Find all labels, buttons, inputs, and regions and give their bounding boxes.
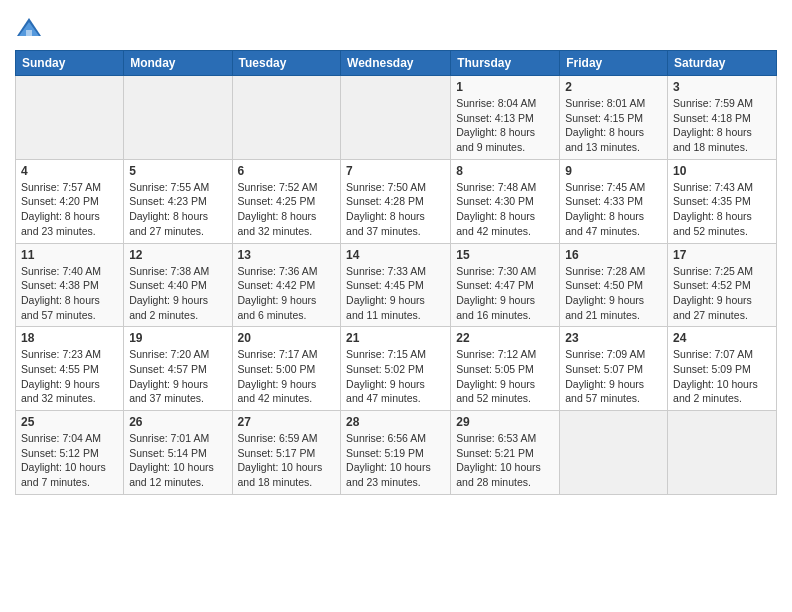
calendar-cell [16, 76, 124, 160]
calendar-cell: 9Sunrise: 7:45 AMSunset: 4:33 PMDaylight… [560, 159, 668, 243]
calendar-cell: 12Sunrise: 7:38 AMSunset: 4:40 PMDayligh… [124, 243, 232, 327]
week-row-1: 4Sunrise: 7:57 AMSunset: 4:20 PMDaylight… [16, 159, 777, 243]
day-number: 6 [238, 164, 336, 178]
calendar-cell: 11Sunrise: 7:40 AMSunset: 4:38 PMDayligh… [16, 243, 124, 327]
week-row-2: 11Sunrise: 7:40 AMSunset: 4:38 PMDayligh… [16, 243, 777, 327]
day-info: Sunrise: 7:33 AMSunset: 4:45 PMDaylight:… [346, 264, 445, 323]
day-info: Sunrise: 7:04 AMSunset: 5:12 PMDaylight:… [21, 431, 118, 490]
day-number: 19 [129, 331, 226, 345]
day-number: 21 [346, 331, 445, 345]
day-info: Sunrise: 7:07 AMSunset: 5:09 PMDaylight:… [673, 347, 771, 406]
day-info: Sunrise: 8:01 AMSunset: 4:15 PMDaylight:… [565, 96, 662, 155]
weekday-header-row: SundayMondayTuesdayWednesdayThursdayFrid… [16, 51, 777, 76]
day-info: Sunrise: 7:01 AMSunset: 5:14 PMDaylight:… [129, 431, 226, 490]
day-number: 3 [673, 80, 771, 94]
calendar-cell [560, 411, 668, 495]
calendar-table: SundayMondayTuesdayWednesdayThursdayFrid… [15, 50, 777, 495]
week-row-0: 1Sunrise: 8:04 AMSunset: 4:13 PMDaylight… [16, 76, 777, 160]
logo [15, 14, 45, 42]
day-info: Sunrise: 7:43 AMSunset: 4:35 PMDaylight:… [673, 180, 771, 239]
weekday-header-saturday: Saturday [668, 51, 777, 76]
day-number: 28 [346, 415, 445, 429]
day-info: Sunrise: 7:20 AMSunset: 4:57 PMDaylight:… [129, 347, 226, 406]
day-number: 12 [129, 248, 226, 262]
calendar-cell: 18Sunrise: 7:23 AMSunset: 4:55 PMDayligh… [16, 327, 124, 411]
day-info: Sunrise: 6:59 AMSunset: 5:17 PMDaylight:… [238, 431, 336, 490]
day-number: 16 [565, 248, 662, 262]
calendar-cell: 1Sunrise: 8:04 AMSunset: 4:13 PMDaylight… [451, 76, 560, 160]
weekday-header-monday: Monday [124, 51, 232, 76]
calendar-cell: 19Sunrise: 7:20 AMSunset: 4:57 PMDayligh… [124, 327, 232, 411]
day-info: Sunrise: 7:59 AMSunset: 4:18 PMDaylight:… [673, 96, 771, 155]
day-number: 25 [21, 415, 118, 429]
day-info: Sunrise: 7:45 AMSunset: 4:33 PMDaylight:… [565, 180, 662, 239]
day-number: 13 [238, 248, 336, 262]
day-info: Sunrise: 7:30 AMSunset: 4:47 PMDaylight:… [456, 264, 554, 323]
day-number: 2 [565, 80, 662, 94]
header [15, 10, 777, 42]
day-info: Sunrise: 7:55 AMSunset: 4:23 PMDaylight:… [129, 180, 226, 239]
day-info: Sunrise: 7:25 AMSunset: 4:52 PMDaylight:… [673, 264, 771, 323]
day-info: Sunrise: 7:09 AMSunset: 5:07 PMDaylight:… [565, 347, 662, 406]
calendar-cell: 20Sunrise: 7:17 AMSunset: 5:00 PMDayligh… [232, 327, 341, 411]
svg-rect-2 [26, 30, 32, 36]
day-info: Sunrise: 7:12 AMSunset: 5:05 PMDaylight:… [456, 347, 554, 406]
day-number: 17 [673, 248, 771, 262]
day-number: 9 [565, 164, 662, 178]
day-number: 23 [565, 331, 662, 345]
calendar-cell [341, 76, 451, 160]
calendar-cell: 17Sunrise: 7:25 AMSunset: 4:52 PMDayligh… [668, 243, 777, 327]
calendar-cell: 29Sunrise: 6:53 AMSunset: 5:21 PMDayligh… [451, 411, 560, 495]
day-info: Sunrise: 7:28 AMSunset: 4:50 PMDaylight:… [565, 264, 662, 323]
day-number: 7 [346, 164, 445, 178]
calendar-cell: 10Sunrise: 7:43 AMSunset: 4:35 PMDayligh… [668, 159, 777, 243]
calendar-cell: 15Sunrise: 7:30 AMSunset: 4:47 PMDayligh… [451, 243, 560, 327]
calendar-cell: 24Sunrise: 7:07 AMSunset: 5:09 PMDayligh… [668, 327, 777, 411]
calendar-cell: 8Sunrise: 7:48 AMSunset: 4:30 PMDaylight… [451, 159, 560, 243]
calendar-cell: 23Sunrise: 7:09 AMSunset: 5:07 PMDayligh… [560, 327, 668, 411]
day-info: Sunrise: 7:40 AMSunset: 4:38 PMDaylight:… [21, 264, 118, 323]
calendar-cell: 4Sunrise: 7:57 AMSunset: 4:20 PMDaylight… [16, 159, 124, 243]
day-number: 20 [238, 331, 336, 345]
calendar-cell [124, 76, 232, 160]
weekday-header-sunday: Sunday [16, 51, 124, 76]
weekday-header-wednesday: Wednesday [341, 51, 451, 76]
day-number: 11 [21, 248, 118, 262]
calendar-cell: 27Sunrise: 6:59 AMSunset: 5:17 PMDayligh… [232, 411, 341, 495]
day-number: 10 [673, 164, 771, 178]
day-info: Sunrise: 7:57 AMSunset: 4:20 PMDaylight:… [21, 180, 118, 239]
calendar-cell: 25Sunrise: 7:04 AMSunset: 5:12 PMDayligh… [16, 411, 124, 495]
day-number: 22 [456, 331, 554, 345]
calendar-cell: 2Sunrise: 8:01 AMSunset: 4:15 PMDaylight… [560, 76, 668, 160]
day-number: 1 [456, 80, 554, 94]
calendar-cell: 14Sunrise: 7:33 AMSunset: 4:45 PMDayligh… [341, 243, 451, 327]
day-number: 18 [21, 331, 118, 345]
day-info: Sunrise: 7:38 AMSunset: 4:40 PMDaylight:… [129, 264, 226, 323]
calendar-cell: 16Sunrise: 7:28 AMSunset: 4:50 PMDayligh… [560, 243, 668, 327]
day-number: 8 [456, 164, 554, 178]
day-info: Sunrise: 6:53 AMSunset: 5:21 PMDaylight:… [456, 431, 554, 490]
day-info: Sunrise: 7:50 AMSunset: 4:28 PMDaylight:… [346, 180, 445, 239]
calendar-cell: 7Sunrise: 7:50 AMSunset: 4:28 PMDaylight… [341, 159, 451, 243]
logo-icon [15, 14, 43, 42]
day-info: Sunrise: 7:52 AMSunset: 4:25 PMDaylight:… [238, 180, 336, 239]
calendar-cell [668, 411, 777, 495]
weekday-header-thursday: Thursday [451, 51, 560, 76]
day-info: Sunrise: 7:36 AMSunset: 4:42 PMDaylight:… [238, 264, 336, 323]
weekday-header-tuesday: Tuesday [232, 51, 341, 76]
day-info: Sunrise: 7:48 AMSunset: 4:30 PMDaylight:… [456, 180, 554, 239]
weekday-header-friday: Friday [560, 51, 668, 76]
week-row-3: 18Sunrise: 7:23 AMSunset: 4:55 PMDayligh… [16, 327, 777, 411]
calendar-cell: 26Sunrise: 7:01 AMSunset: 5:14 PMDayligh… [124, 411, 232, 495]
calendar-cell [232, 76, 341, 160]
day-info: Sunrise: 7:15 AMSunset: 5:02 PMDaylight:… [346, 347, 445, 406]
calendar-cell: 28Sunrise: 6:56 AMSunset: 5:19 PMDayligh… [341, 411, 451, 495]
day-info: Sunrise: 6:56 AMSunset: 5:19 PMDaylight:… [346, 431, 445, 490]
day-number: 4 [21, 164, 118, 178]
day-number: 24 [673, 331, 771, 345]
calendar-cell: 6Sunrise: 7:52 AMSunset: 4:25 PMDaylight… [232, 159, 341, 243]
calendar-cell: 3Sunrise: 7:59 AMSunset: 4:18 PMDaylight… [668, 76, 777, 160]
calendar-cell: 22Sunrise: 7:12 AMSunset: 5:05 PMDayligh… [451, 327, 560, 411]
calendar-cell: 21Sunrise: 7:15 AMSunset: 5:02 PMDayligh… [341, 327, 451, 411]
day-number: 14 [346, 248, 445, 262]
